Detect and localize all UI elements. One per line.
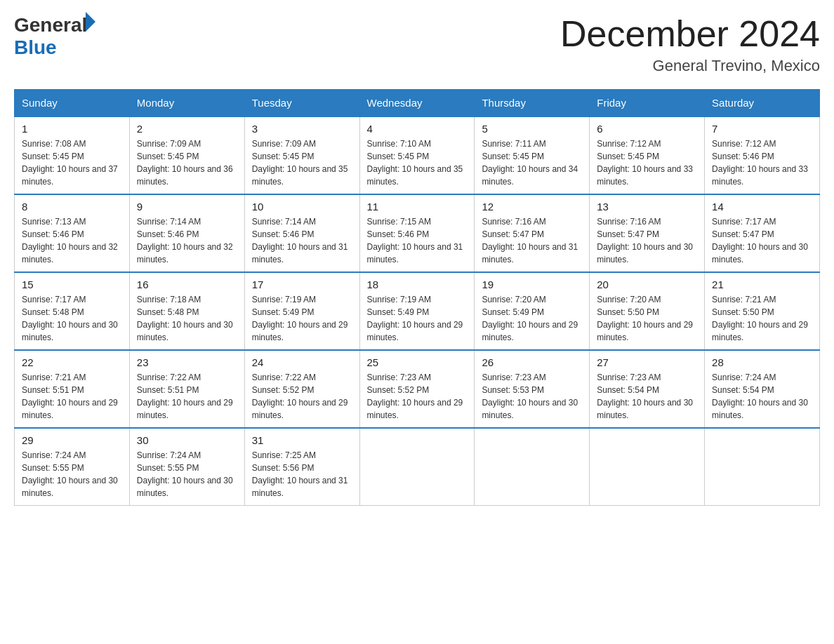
header-cell-thursday: Thursday	[475, 90, 590, 117]
calendar-cell: 30 Sunrise: 7:24 AM Sunset: 5:55 PM Dayl…	[129, 428, 244, 506]
calendar-week-3: 15 Sunrise: 7:17 AM Sunset: 5:48 PM Dayl…	[15, 272, 820, 350]
calendar-cell: 16 Sunrise: 7:18 AM Sunset: 5:48 PM Dayl…	[129, 272, 244, 350]
calendar-week-4: 22 Sunrise: 7:21 AM Sunset: 5:51 PM Dayl…	[15, 350, 820, 428]
day-info: Sunrise: 7:23 AM Sunset: 5:52 PM Dayligh…	[367, 371, 468, 422]
day-info: Sunrise: 7:22 AM Sunset: 5:52 PM Dayligh…	[252, 371, 352, 422]
day-number: 5	[482, 123, 582, 135]
calendar-cell: 2 Sunrise: 7:09 AM Sunset: 5:45 PM Dayli…	[129, 116, 244, 194]
day-info: Sunrise: 7:21 AM Sunset: 5:50 PM Dayligh…	[712, 293, 812, 344]
day-number: 9	[137, 201, 237, 213]
calendar-cell: 7 Sunrise: 7:12 AM Sunset: 5:46 PM Dayli…	[705, 116, 820, 194]
calendar-cell: 25 Sunrise: 7:23 AM Sunset: 5:52 PM Dayl…	[359, 350, 475, 428]
calendar-cell	[590, 428, 705, 506]
day-info: Sunrise: 7:24 AM Sunset: 5:55 PM Dayligh…	[137, 449, 237, 499]
day-number: 24	[252, 356, 352, 368]
logo: General Blue	[14, 14, 95, 59]
day-number: 13	[597, 201, 697, 213]
calendar-cell: 23 Sunrise: 7:22 AM Sunset: 5:51 PM Dayl…	[129, 350, 244, 428]
day-info: Sunrise: 7:17 AM Sunset: 5:47 PM Dayligh…	[712, 215, 812, 266]
day-number: 28	[712, 356, 812, 368]
day-number: 1	[22, 123, 122, 135]
day-info: Sunrise: 7:24 AM Sunset: 5:54 PM Dayligh…	[712, 371, 812, 422]
day-info: Sunrise: 7:10 AM Sunset: 5:45 PM Dayligh…	[367, 137, 468, 188]
calendar-cell: 27 Sunrise: 7:23 AM Sunset: 5:54 PM Dayl…	[590, 350, 705, 428]
calendar-cell: 26 Sunrise: 7:23 AM Sunset: 5:53 PM Dayl…	[475, 350, 590, 428]
day-info: Sunrise: 7:19 AM Sunset: 5:49 PM Dayligh…	[252, 293, 352, 344]
day-number: 2	[137, 123, 237, 135]
day-number: 22	[22, 356, 122, 368]
day-number: 29	[22, 434, 122, 446]
day-number: 23	[137, 356, 237, 368]
day-number: 30	[137, 434, 237, 446]
calendar-cell	[475, 428, 590, 506]
day-info: Sunrise: 7:12 AM Sunset: 5:45 PM Dayligh…	[597, 137, 697, 188]
day-number: 16	[137, 279, 237, 290]
calendar-table: SundayMondayTuesdayWednesdayThursdayFrid…	[14, 89, 820, 506]
calendar-cell: 4 Sunrise: 7:10 AM Sunset: 5:45 PM Dayli…	[359, 116, 475, 194]
day-number: 19	[482, 279, 582, 290]
day-info: Sunrise: 7:09 AM Sunset: 5:45 PM Dayligh…	[137, 137, 237, 188]
day-info: Sunrise: 7:09 AM Sunset: 5:45 PM Dayligh…	[252, 137, 352, 188]
day-info: Sunrise: 7:14 AM Sunset: 5:46 PM Dayligh…	[252, 215, 352, 266]
day-info: Sunrise: 7:14 AM Sunset: 5:46 PM Dayligh…	[137, 215, 237, 266]
day-info: Sunrise: 7:25 AM Sunset: 5:56 PM Dayligh…	[252, 449, 352, 499]
calendar-week-2: 8 Sunrise: 7:13 AM Sunset: 5:46 PM Dayli…	[15, 194, 820, 272]
day-info: Sunrise: 7:12 AM Sunset: 5:46 PM Dayligh…	[712, 137, 812, 188]
day-number: 11	[367, 201, 468, 213]
day-number: 20	[597, 279, 697, 290]
calendar-cell: 29 Sunrise: 7:24 AM Sunset: 5:55 PM Dayl…	[15, 428, 130, 506]
day-number: 31	[252, 434, 352, 446]
calendar-cell: 15 Sunrise: 7:17 AM Sunset: 5:48 PM Dayl…	[15, 272, 130, 350]
calendar-cell: 11 Sunrise: 7:15 AM Sunset: 5:46 PM Dayl…	[359, 194, 475, 272]
day-number: 3	[252, 123, 352, 135]
calendar-cell: 22 Sunrise: 7:21 AM Sunset: 5:51 PM Dayl…	[15, 350, 130, 428]
day-info: Sunrise: 7:19 AM Sunset: 5:49 PM Dayligh…	[367, 293, 468, 344]
header-cell-sunday: Sunday	[15, 90, 130, 117]
day-info: Sunrise: 7:15 AM Sunset: 5:46 PM Dayligh…	[367, 215, 468, 266]
day-info: Sunrise: 7:11 AM Sunset: 5:45 PM Dayligh…	[482, 137, 582, 188]
header-cell-wednesday: Wednesday	[359, 90, 475, 117]
calendar-body: 1 Sunrise: 7:08 AM Sunset: 5:45 PM Dayli…	[15, 116, 820, 506]
calendar-cell: 5 Sunrise: 7:11 AM Sunset: 5:45 PM Dayli…	[475, 116, 590, 194]
calendar-cell: 8 Sunrise: 7:13 AM Sunset: 5:46 PM Dayli…	[15, 194, 130, 272]
calendar-cell: 18 Sunrise: 7:19 AM Sunset: 5:49 PM Dayl…	[359, 272, 475, 350]
day-info: Sunrise: 7:08 AM Sunset: 5:45 PM Dayligh…	[22, 137, 122, 188]
day-number: 14	[712, 201, 812, 213]
logo-top-row: General	[14, 14, 95, 36]
day-info: Sunrise: 7:16 AM Sunset: 5:47 PM Dayligh…	[597, 215, 697, 266]
day-info: Sunrise: 7:16 AM Sunset: 5:47 PM Dayligh…	[482, 215, 582, 266]
calendar-cell: 6 Sunrise: 7:12 AM Sunset: 5:45 PM Dayli…	[590, 116, 705, 194]
calendar-week-1: 1 Sunrise: 7:08 AM Sunset: 5:45 PM Dayli…	[15, 116, 820, 194]
day-info: Sunrise: 7:17 AM Sunset: 5:48 PM Dayligh…	[22, 293, 122, 344]
day-number: 15	[22, 279, 122, 290]
calendar-cell: 24 Sunrise: 7:22 AM Sunset: 5:52 PM Dayl…	[244, 350, 359, 428]
day-number: 21	[712, 279, 812, 290]
day-info: Sunrise: 7:24 AM Sunset: 5:55 PM Dayligh…	[22, 449, 122, 499]
calendar-cell	[359, 428, 475, 506]
day-number: 18	[367, 279, 468, 290]
page-header: General Blue December 2024 General Trevi…	[14, 14, 820, 75]
calendar-cell: 12 Sunrise: 7:16 AM Sunset: 5:47 PM Dayl…	[475, 194, 590, 272]
day-number: 8	[22, 201, 122, 213]
header-cell-friday: Friday	[590, 90, 705, 117]
calendar-subtitle: General Trevino, Mexico	[560, 57, 820, 75]
title-block: December 2024 General Trevino, Mexico	[560, 14, 820, 75]
logo-arrow-icon	[86, 12, 95, 32]
header-cell-monday: Monday	[129, 90, 244, 117]
day-number: 25	[367, 356, 468, 368]
calendar-week-5: 29 Sunrise: 7:24 AM Sunset: 5:55 PM Dayl…	[15, 428, 820, 506]
calendar-cell: 17 Sunrise: 7:19 AM Sunset: 5:49 PM Dayl…	[244, 272, 359, 350]
logo-text-blue: Blue	[14, 36, 95, 59]
day-number: 6	[597, 123, 697, 135]
calendar-title: December 2024	[560, 14, 820, 54]
logo-group: General Blue	[14, 14, 95, 59]
day-number: 10	[252, 201, 352, 213]
calendar-cell	[705, 428, 820, 506]
day-info: Sunrise: 7:23 AM Sunset: 5:54 PM Dayligh…	[597, 371, 697, 422]
calendar-cell: 3 Sunrise: 7:09 AM Sunset: 5:45 PM Dayli…	[244, 116, 359, 194]
calendar-cell: 13 Sunrise: 7:16 AM Sunset: 5:47 PM Dayl…	[590, 194, 705, 272]
day-info: Sunrise: 7:21 AM Sunset: 5:51 PM Dayligh…	[22, 371, 122, 422]
calendar-cell: 1 Sunrise: 7:08 AM Sunset: 5:45 PM Dayli…	[15, 116, 130, 194]
day-number: 26	[482, 356, 582, 368]
logo-text-general: General	[14, 14, 87, 36]
